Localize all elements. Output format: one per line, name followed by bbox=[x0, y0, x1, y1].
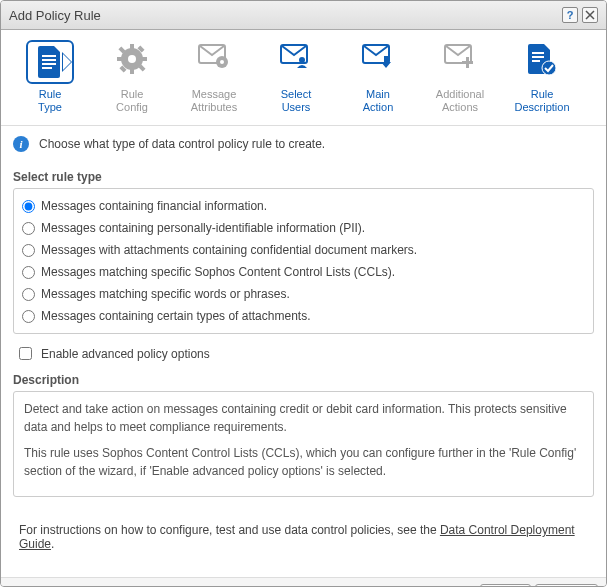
svg-rect-6 bbox=[130, 44, 134, 50]
svg-point-16 bbox=[220, 60, 224, 64]
rule-type-label[interactable]: Messages matching specific words or phra… bbox=[41, 287, 290, 301]
svg-rect-8 bbox=[117, 57, 123, 61]
titlebar-controls: ? bbox=[562, 7, 598, 23]
advanced-options-checkbox[interactable] bbox=[19, 347, 32, 360]
description-box: Detect and take action on messages conta… bbox=[13, 391, 594, 497]
rule-type-label[interactable]: Messages containing certain types of att… bbox=[41, 309, 310, 323]
rule-type-option[interactable]: Messages with attachments containing con… bbox=[20, 239, 587, 261]
close-icon[interactable] bbox=[582, 7, 598, 23]
help-icon[interactable]: ? bbox=[562, 7, 578, 23]
rule-type-label[interactable]: Messages matching specific Sophos Conten… bbox=[41, 265, 395, 279]
rule-type-radio[interactable] bbox=[22, 222, 35, 235]
dialog: Add Policy Rule ? RuleType bbox=[0, 0, 607, 587]
wizard-step-additional-actions[interactable]: AdditionalActions bbox=[419, 40, 501, 113]
wizard-step-label: MainAction bbox=[337, 88, 419, 113]
svg-rect-3 bbox=[42, 67, 52, 69]
rule-type-option[interactable]: Messages containing financial informatio… bbox=[20, 195, 587, 217]
wizard-step-label: MessageAttributes bbox=[173, 88, 255, 113]
titlebar: Add Policy Rule ? bbox=[1, 1, 606, 30]
svg-point-18 bbox=[299, 57, 305, 63]
wizard-step-label: AdditionalActions bbox=[419, 88, 501, 113]
section-label-description: Description bbox=[1, 373, 606, 391]
rule-type-label[interactable]: Messages with attachments containing con… bbox=[41, 243, 417, 257]
svg-point-26 bbox=[542, 61, 556, 75]
dialog-title: Add Policy Rule bbox=[9, 8, 101, 23]
wizard-step-rule-config[interactable]: RuleConfig bbox=[91, 40, 173, 113]
dialog-footer: Next Cancel bbox=[1, 577, 606, 587]
svg-rect-1 bbox=[42, 59, 56, 61]
description-paragraph: This rule uses Sophos Content Control Li… bbox=[24, 444, 583, 480]
gear-icon bbox=[108, 40, 156, 84]
rule-type-radio[interactable] bbox=[22, 288, 35, 301]
rule-type-radio-group: Messages containing financial informatio… bbox=[13, 188, 594, 334]
wizard-step-rule-type[interactable]: RuleType bbox=[9, 40, 91, 113]
section-label-rule-type: Select rule type bbox=[1, 162, 606, 188]
document-lines-icon bbox=[26, 40, 74, 84]
rule-type-label[interactable]: Messages containing personally-identifia… bbox=[41, 221, 365, 235]
svg-rect-2 bbox=[42, 63, 56, 65]
envelope-gear-icon bbox=[190, 40, 238, 84]
wizard-step-label: RuleConfig bbox=[91, 88, 173, 113]
wizard-steps: RuleType RuleConfig bbox=[1, 30, 606, 126]
wizard-step-rule-description[interactable]: RuleDescription bbox=[501, 40, 583, 113]
rule-type-option[interactable]: Messages containing certain types of att… bbox=[20, 305, 587, 327]
info-icon: i bbox=[13, 136, 29, 152]
advanced-options-row: Enable advanced policy options bbox=[1, 334, 606, 373]
wizard-step-main-action[interactable]: MainAction bbox=[337, 40, 419, 113]
svg-rect-0 bbox=[42, 55, 56, 57]
envelope-plus-icon bbox=[436, 40, 484, 84]
wizard-step-label: RuleType bbox=[9, 88, 91, 113]
rule-type-option[interactable]: Messages matching specific words or phra… bbox=[20, 283, 587, 305]
description-paragraph: Detect and take action on messages conta… bbox=[24, 400, 583, 436]
rule-type-radio[interactable] bbox=[22, 266, 35, 279]
instructions: For instructions on how to configure, te… bbox=[1, 497, 606, 577]
advanced-options-label[interactable]: Enable advanced policy options bbox=[41, 347, 210, 361]
rule-type-radio[interactable] bbox=[22, 200, 35, 213]
wizard-step-select-users[interactable]: SelectUsers bbox=[255, 40, 337, 113]
rule-type-option[interactable]: Messages matching specific Sophos Conten… bbox=[20, 261, 587, 283]
svg-rect-23 bbox=[532, 52, 544, 54]
wizard-step-label: SelectUsers bbox=[255, 88, 337, 113]
envelope-arrow-icon bbox=[354, 40, 402, 84]
wizard-step-label: RuleDescription bbox=[501, 88, 583, 113]
svg-rect-9 bbox=[141, 57, 147, 61]
instructions-suffix: . bbox=[51, 537, 54, 551]
document-check-icon bbox=[518, 40, 566, 84]
rule-type-radio[interactable] bbox=[22, 310, 35, 323]
svg-rect-7 bbox=[130, 68, 134, 74]
info-row: i Choose what type of data control polic… bbox=[1, 126, 606, 162]
svg-rect-22 bbox=[462, 61, 473, 64]
info-text: Choose what type of data control policy … bbox=[39, 137, 325, 151]
svg-rect-25 bbox=[532, 60, 540, 62]
svg-point-5 bbox=[128, 55, 136, 63]
envelope-users-icon bbox=[272, 40, 320, 84]
rule-type-radio[interactable] bbox=[22, 244, 35, 257]
rule-type-option[interactable]: Messages containing personally-identifia… bbox=[20, 217, 587, 239]
instructions-prefix: For instructions on how to configure, te… bbox=[19, 523, 440, 537]
svg-rect-24 bbox=[532, 56, 544, 58]
wizard-step-message-attributes[interactable]: MessageAttributes bbox=[173, 40, 255, 113]
rule-type-label[interactable]: Messages containing financial informatio… bbox=[41, 199, 267, 213]
